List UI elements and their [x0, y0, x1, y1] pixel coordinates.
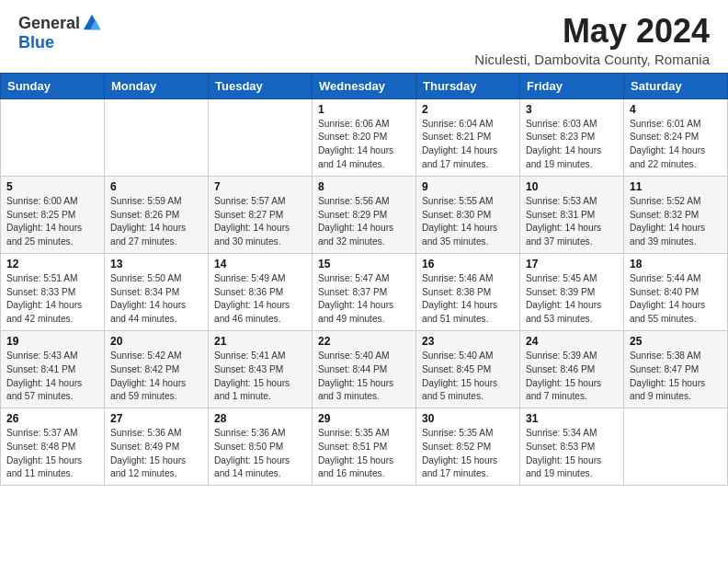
- calendar-cell: 18Sunrise: 5:44 AMSunset: 8:40 PMDayligh…: [624, 253, 728, 330]
- day-number: 4: [630, 103, 722, 116]
- day-info: Sunrise: 5:46 AMSunset: 8:38 PMDaylight:…: [422, 272, 514, 327]
- day-number: 7: [214, 180, 306, 193]
- title-block: May 2024 Niculesti, Dambovita County, Ro…: [474, 13, 710, 67]
- calendar-cell: 31Sunrise: 5:34 AMSunset: 8:53 PMDayligh…: [520, 408, 624, 486]
- column-header-wednesday: Wednesday: [313, 73, 416, 98]
- calendar-cell: [1, 98, 105, 176]
- calendar-cell: 11Sunrise: 5:52 AMSunset: 8:32 PMDayligh…: [624, 176, 728, 253]
- day-info: Sunrise: 5:39 AMSunset: 8:46 PMDaylight:…: [526, 350, 618, 404]
- calendar-cell: 24Sunrise: 5:39 AMSunset: 8:46 PMDayligh…: [520, 330, 624, 408]
- column-header-sunday: Sunday: [1, 73, 105, 98]
- day-number: 25: [630, 335, 722, 348]
- week-row-5: 26Sunrise: 5:37 AMSunset: 8:48 PMDayligh…: [1, 408, 728, 486]
- calendar-cell: 12Sunrise: 5:51 AMSunset: 8:33 PMDayligh…: [1, 253, 105, 330]
- calendar-cell: 27Sunrise: 5:36 AMSunset: 8:49 PMDayligh…: [105, 408, 209, 486]
- week-row-4: 19Sunrise: 5:43 AMSunset: 8:41 PMDayligh…: [1, 330, 728, 408]
- calendar-cell: 22Sunrise: 5:40 AMSunset: 8:44 PMDayligh…: [313, 330, 416, 408]
- day-info: Sunrise: 5:59 AMSunset: 8:26 PMDaylight:…: [110, 195, 202, 249]
- day-info: Sunrise: 5:50 AMSunset: 8:34 PMDaylight:…: [110, 272, 202, 327]
- day-number: 6: [110, 180, 202, 193]
- calendar-cell: 4Sunrise: 6:01 AMSunset: 8:24 PMDaylight…: [624, 98, 728, 176]
- calendar-cell: 10Sunrise: 5:53 AMSunset: 8:31 PMDayligh…: [520, 176, 624, 253]
- calendar-cell: 8Sunrise: 5:56 AMSunset: 8:29 PMDaylight…: [313, 176, 416, 253]
- column-header-friday: Friday: [520, 73, 624, 98]
- column-header-saturday: Saturday: [624, 73, 728, 98]
- logo-icon: [82, 13, 102, 33]
- day-info: Sunrise: 5:47 AMSunset: 8:37 PMDaylight:…: [318, 272, 410, 327]
- day-info: Sunrise: 5:42 AMSunset: 8:42 PMDaylight:…: [110, 350, 202, 404]
- week-row-1: 1Sunrise: 6:06 AMSunset: 8:20 PMDaylight…: [1, 98, 728, 176]
- day-number: 10: [526, 180, 618, 193]
- calendar-cell: [624, 408, 728, 486]
- column-header-monday: Monday: [105, 73, 209, 98]
- day-number: 13: [110, 258, 202, 270]
- calendar-cell: 1Sunrise: 6:06 AMSunset: 8:20 PMDaylight…: [313, 98, 416, 176]
- column-header-tuesday: Tuesday: [209, 73, 313, 98]
- calendar-cell: 9Sunrise: 5:55 AMSunset: 8:30 PMDaylight…: [416, 176, 520, 253]
- day-info: Sunrise: 5:49 AMSunset: 8:36 PMDaylight:…: [214, 272, 306, 327]
- column-header-thursday: Thursday: [416, 73, 520, 98]
- day-number: 12: [6, 258, 98, 270]
- calendar-cell: 14Sunrise: 5:49 AMSunset: 8:36 PMDayligh…: [209, 253, 313, 330]
- day-number: 19: [6, 335, 98, 348]
- day-info: Sunrise: 6:01 AMSunset: 8:24 PMDaylight:…: [630, 118, 722, 172]
- logo-general-text: General: [18, 14, 80, 33]
- day-info: Sunrise: 6:06 AMSunset: 8:20 PMDaylight:…: [318, 118, 410, 172]
- day-info: Sunrise: 5:41 AMSunset: 8:43 PMDaylight:…: [214, 350, 306, 404]
- calendar-cell: 15Sunrise: 5:47 AMSunset: 8:37 PMDayligh…: [313, 253, 416, 330]
- calendar-cell: 7Sunrise: 5:57 AMSunset: 8:27 PMDaylight…: [209, 176, 313, 253]
- location-subtitle: Niculesti, Dambovita County, Romania: [474, 52, 710, 67]
- calendar-cell: 20Sunrise: 5:42 AMSunset: 8:42 PMDayligh…: [105, 330, 209, 408]
- day-number: 31: [526, 412, 618, 425]
- calendar-cell: 16Sunrise: 5:46 AMSunset: 8:38 PMDayligh…: [416, 253, 520, 330]
- day-number: 5: [6, 180, 98, 193]
- calendar-cell: 23Sunrise: 5:40 AMSunset: 8:45 PMDayligh…: [416, 330, 520, 408]
- calendar-cell: 26Sunrise: 5:37 AMSunset: 8:48 PMDayligh…: [1, 408, 105, 486]
- day-number: 16: [422, 258, 514, 270]
- day-number: 15: [318, 258, 410, 270]
- day-number: 9: [422, 180, 514, 193]
- day-number: 14: [214, 258, 306, 270]
- day-number: 22: [318, 335, 410, 348]
- calendar-table: SundayMondayTuesdayWednesdayThursdayFrid…: [0, 73, 728, 487]
- calendar-cell: 25Sunrise: 5:38 AMSunset: 8:47 PMDayligh…: [624, 330, 728, 408]
- day-info: Sunrise: 5:35 AMSunset: 8:51 PMDaylight:…: [318, 427, 410, 481]
- day-info: Sunrise: 5:43 AMSunset: 8:41 PMDaylight:…: [6, 350, 98, 404]
- day-number: 1: [318, 103, 410, 116]
- day-info: Sunrise: 6:03 AMSunset: 8:23 PMDaylight:…: [526, 118, 618, 172]
- day-number: 29: [318, 412, 410, 425]
- day-number: 2: [422, 103, 514, 116]
- day-info: Sunrise: 5:34 AMSunset: 8:53 PMDaylight:…: [526, 427, 618, 481]
- day-number: 21: [214, 335, 306, 348]
- day-info: Sunrise: 5:45 AMSunset: 8:39 PMDaylight:…: [526, 272, 618, 327]
- calendar-cell: 19Sunrise: 5:43 AMSunset: 8:41 PMDayligh…: [1, 330, 105, 408]
- day-info: Sunrise: 5:52 AMSunset: 8:32 PMDaylight:…: [630, 195, 722, 249]
- day-number: 18: [630, 258, 722, 270]
- day-info: Sunrise: 5:55 AMSunset: 8:30 PMDaylight:…: [422, 195, 514, 249]
- day-number: 17: [526, 258, 618, 270]
- logo: General Blue: [18, 13, 102, 52]
- day-info: Sunrise: 6:04 AMSunset: 8:21 PMDaylight:…: [422, 118, 514, 172]
- day-info: Sunrise: 6:00 AMSunset: 8:25 PMDaylight:…: [6, 195, 98, 249]
- week-row-2: 5Sunrise: 6:00 AMSunset: 8:25 PMDaylight…: [1, 176, 728, 253]
- day-info: Sunrise: 5:44 AMSunset: 8:40 PMDaylight:…: [630, 272, 722, 327]
- calendar-cell: 17Sunrise: 5:45 AMSunset: 8:39 PMDayligh…: [520, 253, 624, 330]
- day-info: Sunrise: 5:35 AMSunset: 8:52 PMDaylight:…: [422, 427, 514, 481]
- calendar-cell: 2Sunrise: 6:04 AMSunset: 8:21 PMDaylight…: [416, 98, 520, 176]
- day-number: 28: [214, 412, 306, 425]
- page-header: General Blue May 2024 Niculesti, Dambovi…: [0, 0, 728, 73]
- month-year-title: May 2024: [474, 13, 710, 50]
- day-info: Sunrise: 5:40 AMSunset: 8:45 PMDaylight:…: [422, 350, 514, 404]
- day-number: 30: [422, 412, 514, 425]
- day-info: Sunrise: 5:51 AMSunset: 8:33 PMDaylight:…: [6, 272, 98, 327]
- day-number: 11: [630, 180, 722, 193]
- day-number: 3: [526, 103, 618, 116]
- day-info: Sunrise: 5:37 AMSunset: 8:48 PMDaylight:…: [6, 427, 98, 481]
- day-number: 8: [318, 180, 410, 193]
- day-info: Sunrise: 5:36 AMSunset: 8:50 PMDaylight:…: [214, 427, 306, 481]
- calendar-cell: 21Sunrise: 5:41 AMSunset: 8:43 PMDayligh…: [209, 330, 313, 408]
- calendar-header-row: SundayMondayTuesdayWednesdayThursdayFrid…: [1, 73, 728, 98]
- day-info: Sunrise: 5:56 AMSunset: 8:29 PMDaylight:…: [318, 195, 410, 249]
- day-number: 23: [422, 335, 514, 348]
- day-number: 26: [6, 412, 98, 425]
